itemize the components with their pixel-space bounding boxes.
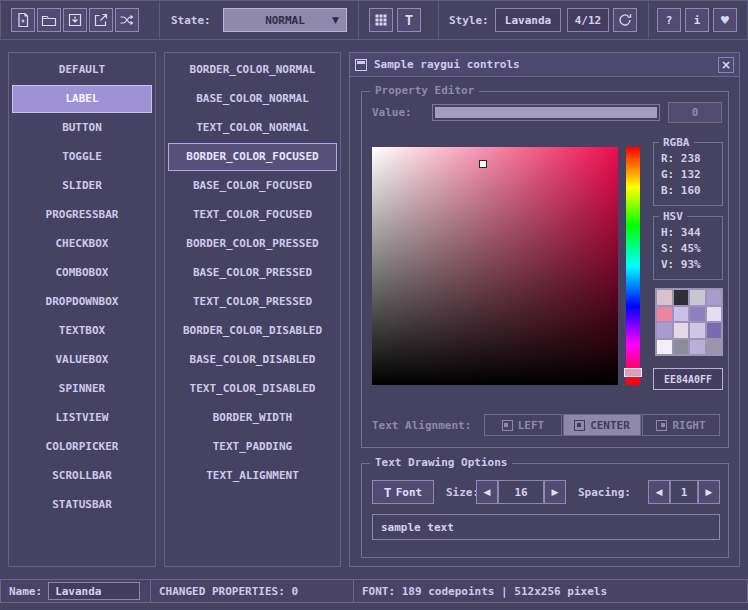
color-swatch[interactable]	[690, 340, 705, 355]
export-style-button[interactable]	[89, 8, 113, 32]
list-item-listview[interactable]: LISTVIEW	[12, 404, 152, 432]
color-swatch[interactable]	[690, 290, 705, 305]
spacing-increase-button[interactable]: ▶	[698, 480, 720, 504]
list-item-dropdownbox[interactable]: DROPDOWNBOX	[12, 288, 152, 316]
statusbar-changed-section: CHANGED PROPERTIES: 0	[150, 579, 354, 603]
size-increase-button[interactable]: ▶	[544, 480, 566, 504]
list-item-text_color_focused[interactable]: TEXT_COLOR_FOCUSED	[168, 201, 337, 229]
list-item-slider[interactable]: SLIDER	[12, 172, 152, 200]
style-name-box[interactable]: Lavanda	[495, 8, 561, 32]
hex-color-input[interactable]: EE84A0FF	[653, 368, 723, 390]
color-swatch[interactable]	[707, 307, 722, 322]
property-editor-group: Property Editor Value: 0 RGBA R: 238 G: …	[361, 91, 729, 448]
list-item-default[interactable]: DEFAULT	[12, 56, 152, 84]
color-swatch[interactable]	[674, 290, 689, 305]
value-box-text: 0	[692, 106, 699, 119]
hue-slider[interactable]	[626, 147, 640, 385]
list-item-button[interactable]: BUTTON	[12, 114, 152, 142]
font-view-button[interactable]: T	[397, 8, 421, 32]
sponsor-button[interactable]: ♥	[713, 8, 737, 32]
color-swatch[interactable]	[707, 340, 722, 355]
state-dropdown[interactable]: NORMAL ▼	[223, 8, 347, 32]
align-left-label: LEFT	[518, 419, 545, 432]
spacing-label: Spacing:	[578, 486, 631, 499]
color-swatch[interactable]	[657, 340, 672, 355]
align-center-icon	[574, 420, 585, 431]
list-item-base_color_pressed[interactable]: BASE_COLOR_PRESSED	[168, 259, 337, 287]
list-item-scrollbar[interactable]: SCROLLBAR	[12, 462, 152, 490]
new-file-icon	[15, 12, 31, 28]
color-swatch[interactable]	[674, 307, 689, 322]
color-swatch[interactable]	[707, 290, 722, 305]
reload-style-button[interactable]	[613, 8, 637, 32]
list-item-border_color_normal[interactable]: BORDER_COLOR_NORMAL	[168, 56, 337, 84]
rgba-title: RGBA	[659, 135, 694, 151]
list-item-text_color_disabled[interactable]: TEXT_COLOR_DISABLED	[168, 375, 337, 403]
color-swatch[interactable]	[657, 290, 672, 305]
list-item-progressbar[interactable]: PROGRESSBAR	[12, 201, 152, 229]
color-swatch[interactable]	[690, 307, 705, 322]
font-button-label: Font	[396, 486, 423, 499]
color-swatch[interactable]	[690, 323, 705, 338]
style-counter-value: 4/12	[575, 14, 602, 27]
list-item-base_color_normal[interactable]: BASE_COLOR_NORMAL	[168, 85, 337, 113]
list-item-text_padding[interactable]: TEXT_PADDING	[168, 433, 337, 461]
list-item-label[interactable]: LABEL	[12, 85, 152, 113]
save-file-icon	[67, 12, 83, 28]
size-decrease-button[interactable]: ◀	[476, 480, 498, 504]
load-style-button[interactable]	[37, 8, 61, 32]
hsv-hue-value: H: 344	[661, 225, 722, 241]
align-left-toggle[interactable]: LEFT	[484, 414, 562, 436]
list-item-checkbox[interactable]: CHECKBOX	[12, 230, 152, 258]
sample-text-input[interactable]: sample text	[372, 514, 720, 540]
spacing-value-box[interactable]: 1	[670, 480, 698, 504]
align-right-toggle[interactable]: RIGHT	[642, 414, 720, 436]
info-button[interactable]: i	[685, 8, 709, 32]
list-item-base_color_focused[interactable]: BASE_COLOR_FOCUSED	[168, 172, 337, 200]
hsv-saturation-value: S: 45%	[661, 241, 722, 257]
color-swatch[interactable]	[657, 323, 672, 338]
list-item-spinner[interactable]: SPINNER	[12, 375, 152, 403]
list-item-statusbar[interactable]: STATUSBAR	[12, 491, 152, 519]
list-item-combobox[interactable]: COMBOBOX	[12, 259, 152, 287]
arrow-left-icon: ◀	[656, 487, 663, 497]
list-item-textbox[interactable]: TEXTBOX	[12, 317, 152, 345]
list-item-text_color_pressed[interactable]: TEXT_COLOR_PRESSED	[168, 288, 337, 316]
rgba-blue-value: B: 160	[661, 183, 722, 199]
list-item-valuebox[interactable]: VALUEBOX	[12, 346, 152, 374]
color-swatch[interactable]	[657, 307, 672, 322]
color-picker-panel[interactable]	[372, 147, 618, 385]
window-title: Sample raygui controls	[374, 58, 520, 71]
list-item-border_color_pressed[interactable]: BORDER_COLOR_PRESSED	[168, 230, 337, 258]
value-box[interactable]: 0	[668, 102, 722, 123]
random-style-button[interactable]	[115, 8, 139, 32]
size-value-box[interactable]: 16	[498, 480, 544, 504]
changed-properties-text: CHANGED PROPERTIES: 0	[159, 585, 298, 598]
chevron-down-icon: ▼	[332, 15, 339, 25]
align-center-toggle[interactable]: CENTER	[563, 414, 641, 436]
value-slider[interactable]	[432, 104, 660, 121]
color-swatch[interactable]	[674, 340, 689, 355]
rgba-group: RGBA R: 238 G: 132 B: 160	[653, 142, 723, 206]
list-item-colorpicker[interactable]: COLORPICKER	[12, 433, 152, 461]
close-icon[interactable]: ×	[718, 57, 734, 73]
list-item-border_color_disabled[interactable]: BORDER_COLOR_DISABLED	[168, 317, 337, 345]
window-titlebar[interactable]: Sample raygui controls ×	[350, 53, 739, 77]
spacing-decrease-button[interactable]: ◀	[648, 480, 670, 504]
toolbar-separator	[159, 1, 160, 39]
new-style-button[interactable]	[11, 8, 35, 32]
list-item-base_color_disabled[interactable]: BASE_COLOR_DISABLED	[168, 346, 337, 374]
list-item-border_width[interactable]: BORDER_WIDTH	[168, 404, 337, 432]
open-file-icon	[41, 12, 57, 28]
font-button[interactable]: T Font	[372, 480, 434, 504]
rgba-red-value: R: 238	[661, 151, 722, 167]
list-item-text_alignment[interactable]: TEXT_ALIGNMENT	[168, 462, 337, 490]
list-item-toggle[interactable]: TOGGLE	[12, 143, 152, 171]
help-button[interactable]: ?	[657, 8, 681, 32]
color-swatch[interactable]	[707, 323, 722, 338]
save-style-button[interactable]	[63, 8, 87, 32]
color-swatch[interactable]	[674, 323, 689, 338]
list-item-text_color_normal[interactable]: TEXT_COLOR_NORMAL	[168, 114, 337, 142]
table-view-button[interactable]	[369, 8, 393, 32]
list-item-border_color_focused[interactable]: BORDER_COLOR_FOCUSED	[168, 143, 337, 171]
